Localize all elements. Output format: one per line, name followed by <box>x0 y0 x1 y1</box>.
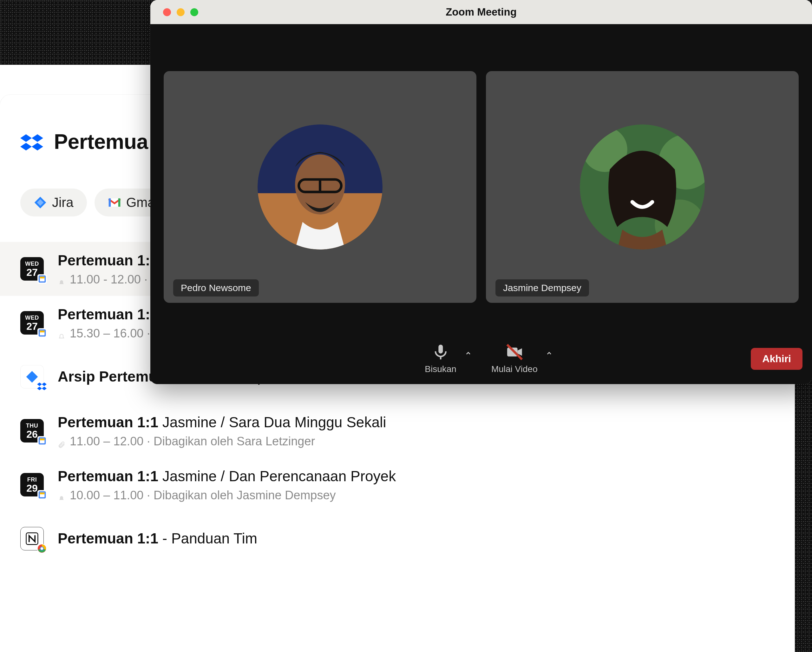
badge-day: 26 <box>26 429 38 439</box>
gcal-overlay-icon <box>37 490 47 500</box>
list-item[interactable]: THU 26 Pertemuan 1:1 Jasmine / Sara Dua … <box>0 404 795 458</box>
badge-dow: FRI <box>27 476 37 483</box>
svg-marker-2 <box>20 143 32 150</box>
ctrl-label: Bisukan <box>425 364 456 374</box>
svg-marker-3 <box>32 143 43 150</box>
title-bold: Pertemuan 1:1 <box>58 530 158 546</box>
list-item-title: Pertemuan 1: <box>58 305 150 324</box>
video-off-icon <box>505 343 524 361</box>
title-plain: Jasmine / Sara Dua Minggu Sekali <box>158 414 386 430</box>
control-center-group: Bisukan Mulai Video <box>425 343 537 374</box>
svg-rect-45 <box>438 345 443 354</box>
bell-outline-icon <box>58 330 65 337</box>
mute-button[interactable]: Bisukan <box>425 343 456 374</box>
list-item-sub: 11.00 – 12.00 · Dibagikan oleh Sara Letz… <box>58 435 386 448</box>
svg-rect-22 <box>40 439 45 441</box>
chevron-up-icon[interactable] <box>546 349 553 359</box>
calendar-badge: FRI 29 <box>20 473 44 496</box>
file-badge <box>20 527 44 550</box>
list-item-title: Pertemuan 1:1 Jasmine / Sara Dua Minggu … <box>58 413 386 432</box>
svg-point-31 <box>41 547 43 550</box>
list-item-title: Pertemuan 1:1 Jasmine / Dan Perencanaan … <box>58 467 396 486</box>
participant-name-tag: Jasmine Dempsey <box>495 279 589 297</box>
notion-icon <box>25 532 39 545</box>
list-item-body: Pertemuan 1:1 Jasmine / Sara Dua Minggu … <box>58 413 386 448</box>
bell-icon <box>58 276 65 283</box>
svg-rect-26 <box>40 493 45 494</box>
minimize-window-button[interactable] <box>177 8 185 16</box>
time-text: 11.00 – 12.00 · Dibagikan oleh Sara Letz… <box>70 435 315 448</box>
time-text: 15.30 – 16.00 · <box>70 327 150 340</box>
list-item-sub: 11.00 - 12.00 · <box>58 273 150 286</box>
chip-label: Jira <box>52 195 73 210</box>
zoom-titlebar[interactable]: Zoom Meeting <box>150 0 812 24</box>
title-bold: Pertemuan 1: <box>58 306 150 323</box>
participant-tile[interactable]: Jasmine Dempsey <box>486 71 799 303</box>
start-video-button[interactable]: Mulai Video <box>491 343 538 374</box>
svg-marker-1 <box>32 134 43 142</box>
participant-name-tag: Pedro Newsome <box>173 279 259 297</box>
svg-rect-6 <box>118 198 121 207</box>
gcal-overlay-icon <box>37 436 47 446</box>
list-item-title: Pertemuan 1: <box>58 251 150 270</box>
end-meeting-button[interactable]: Akhiri <box>751 348 803 370</box>
badge-dow: WED <box>25 260 39 267</box>
time-text: 11.00 - 12.00 · <box>70 273 148 286</box>
list-item[interactable]: FRI 29 Pertemuan 1:1 Jasmine / Dan Peren… <box>0 458 795 512</box>
close-window-button[interactable] <box>163 8 171 16</box>
chrome-overlay-icon <box>37 544 47 553</box>
list-item-body: Pertemuan 1:1 Jasmine / Dan Perencanaan … <box>58 467 396 502</box>
svg-marker-15 <box>37 383 42 386</box>
list-item-title: Pertemuan 1:1 - Panduan Tim <box>58 530 257 548</box>
title-bold: Pertemuan 1:1 <box>58 468 158 484</box>
maximize-window-button[interactable] <box>190 8 198 16</box>
list-item[interactable]: Pertemuan 1:1 - Panduan Tim <box>0 512 795 566</box>
badge-dow: THU <box>26 422 38 429</box>
badge-day: 27 <box>26 321 38 331</box>
zoom-control-bar: Bisukan Mulai Video Akhiri <box>150 333 812 384</box>
bell-icon <box>58 492 65 499</box>
svg-rect-14 <box>40 331 45 333</box>
gcal-overlay-icon <box>37 274 47 284</box>
title-bold: Pertemuan 1: <box>58 252 150 269</box>
list-item-sub: 15.30 – 16.00 · <box>58 327 150 340</box>
paperclip-icon <box>58 438 65 445</box>
chip-jira[interactable]: Jira <box>20 188 87 216</box>
badge-dow: WED <box>25 315 39 321</box>
title-plain: Jasmine / Dan Perencanaan Proyek <box>158 468 396 484</box>
avatar <box>580 124 705 249</box>
svg-marker-16 <box>42 383 47 386</box>
list-item-body: Pertemuan 1: 15.30 – 16.00 · <box>58 305 150 341</box>
dropbox-logo-icon <box>20 133 43 156</box>
svg-marker-17 <box>37 387 42 390</box>
page-title: Pertemua <box>54 130 148 154</box>
calendar-badge: WED 27 <box>20 311 44 335</box>
list-item-sub: 10.00 – 11.00 · Dibagikan oleh Jasmine D… <box>58 488 396 502</box>
gcal-overlay-icon <box>37 328 47 338</box>
title-plain: - Panduan Tim <box>158 530 257 546</box>
avatar <box>258 124 383 249</box>
calendar-badge: THU 26 <box>20 419 44 442</box>
video-grid: Pedro Newsome <box>150 24 812 333</box>
svg-rect-10 <box>40 277 45 279</box>
svg-marker-18 <box>42 387 47 390</box>
list-item-body: Pertemuan 1: 11.00 - 12.00 · <box>58 251 150 287</box>
zoom-body: Pedro Newsome <box>150 24 812 384</box>
badge-day: 29 <box>26 483 38 493</box>
ctrl-label: Mulai Video <box>491 364 538 374</box>
participant-tile[interactable]: Pedro Newsome <box>164 71 476 303</box>
svg-rect-5 <box>108 198 111 207</box>
traffic-lights <box>163 0 198 24</box>
jira-icon <box>25 370 39 383</box>
time-text: 10.00 – 11.00 · Dibagikan oleh Jasmine D… <box>70 488 336 502</box>
title-bold: Pertemuan 1:1 <box>58 414 158 430</box>
svg-marker-0 <box>20 134 32 142</box>
chevron-up-icon[interactable] <box>465 349 472 359</box>
desktop-noise <box>793 349 812 652</box>
jira-icon <box>34 196 47 209</box>
dropbox-overlay-icon <box>37 382 47 392</box>
microphone-icon <box>432 343 449 361</box>
svg-rect-44 <box>625 167 660 179</box>
list-item-body: Pertemuan 1:1 - Panduan Tim <box>58 530 257 548</box>
badge-day: 27 <box>26 267 38 277</box>
